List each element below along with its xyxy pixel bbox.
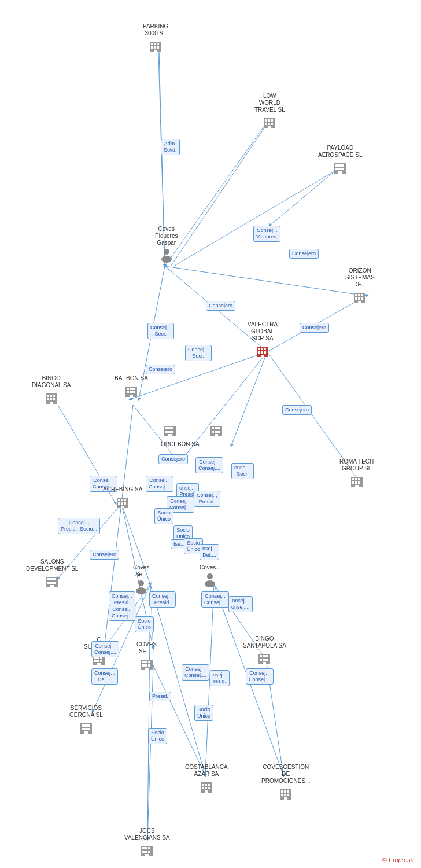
node-bingoSantapola[interactable]: BINGO SANTAPOLA SA xyxy=(243,635,286,665)
node-covesgestionPromociones[interactable]: COVESGESTION DE PROMOCIONES... xyxy=(261,764,310,801)
rel-socio-unico-cp1[interactable]: SocioÚnico xyxy=(135,616,154,632)
svg-rect-186 xyxy=(142,851,145,853)
rel-consej-consej-1[interactable]: Consej. .Consej.... xyxy=(195,457,223,473)
rel-consej-del[interactable]: Consej. .Del.... xyxy=(91,668,118,685)
label-covesPiqueres: Coves Piqueres Gaspar xyxy=(155,226,178,247)
svg-rect-148 xyxy=(148,664,150,667)
node-acrebingSA[interactable]: ACREBING SA xyxy=(103,486,142,509)
node-orizzonSistemas[interactable]: ORIZON SISTEMAS DE... xyxy=(345,267,375,304)
node-lowWorldTravel[interactable]: LOW WORLD TRAVEL SL xyxy=(254,93,285,130)
svg-rect-35 xyxy=(157,43,159,45)
svg-rect-179 xyxy=(284,794,286,796)
icon-bingoDiagonal xyxy=(43,389,60,405)
rel-socio-unico-bottom[interactable]: SocioÚnico xyxy=(194,705,213,721)
svg-rect-71 xyxy=(358,297,360,300)
svg-rect-101 xyxy=(217,427,220,429)
rel-presid[interactable]: Presid. xyxy=(149,692,171,701)
icon-covesPiqueres xyxy=(158,247,175,263)
svg-rect-154 xyxy=(82,728,84,730)
svg-rect-187 xyxy=(145,851,147,853)
rel-consej-secr-2[interactable]: Consej. .Secr. xyxy=(185,345,212,361)
svg-rect-91 xyxy=(165,427,168,429)
rel-consejero-below-valectra[interactable]: Consejero xyxy=(282,405,312,415)
node-parking3000[interactable]: PARKING 3000 SL xyxy=(143,23,168,53)
svg-point-131 xyxy=(136,587,146,594)
rel-consejero-coves-baebon[interactable]: Consejero xyxy=(206,301,235,311)
icon-unknown2 xyxy=(208,421,224,437)
rel-adm-solid[interactable]: Adm.Solid. xyxy=(161,139,180,155)
node-covesPiqueres[interactable]: Coves Piqueres Gaspar xyxy=(155,226,178,263)
svg-rect-33 xyxy=(151,43,153,45)
svg-rect-93 xyxy=(171,427,173,429)
svg-rect-70 xyxy=(355,297,357,300)
rel-socio-unico-1[interactable]: SocioÚnico xyxy=(154,508,173,524)
svg-rect-113 xyxy=(355,485,359,487)
label-covesPerson1: Coves Se... xyxy=(133,564,149,578)
label-covesgestionPromociones: COVESGESTION DE PROMOCIONES... xyxy=(261,764,310,785)
node-orcebonSA[interactable]: ORCEBON SA xyxy=(161,441,200,448)
svg-rect-95 xyxy=(168,431,171,433)
svg-rect-121 xyxy=(121,506,124,508)
svg-rect-189 xyxy=(145,854,149,856)
svg-rect-149 xyxy=(145,668,149,670)
node-covesPerson2[interactable]: Coves... xyxy=(200,564,221,587)
node-unknown2[interactable] xyxy=(208,421,224,437)
node-romaTechGroup[interactable]: ROMA TECH GROUP SL xyxy=(339,458,374,488)
svg-line-6 xyxy=(165,266,361,295)
node-jocsValencians[interactable]: JOCS VALENCIANS SA xyxy=(124,827,170,858)
svg-rect-171 xyxy=(205,787,207,789)
rel-onsej-onsej-cp2[interactable]: onsej. .onsej.... xyxy=(228,596,253,612)
rel-consej-consej-csur[interactable]: Consej. .Consej.... xyxy=(91,641,119,657)
rel-consej-consej-cp1[interactable]: Consej. .Consej.... xyxy=(109,605,136,621)
node-valectraGlobal[interactable]: VALECTRA GLOBAL SCR SA xyxy=(248,321,278,358)
rel-consej-consej-bsant[interactable]: Consej. .Consej.... xyxy=(246,668,274,685)
svg-rect-119 xyxy=(121,502,123,505)
icon-covesPerson1 xyxy=(133,578,149,594)
node-payloadAerospace[interactable]: PAYLOAD AEROSPACE SL xyxy=(318,145,363,175)
rel-nsej-del[interactable]: nsej. .Del.... xyxy=(200,544,219,560)
svg-rect-76 xyxy=(50,395,52,397)
rel-consejero-valorizon[interactable]: Consejero xyxy=(289,249,319,259)
rel-consej-presid-cp1b[interactable]: Consej. .Presid. xyxy=(149,591,176,608)
icon-parking3000 xyxy=(147,37,164,53)
rel-nsej-presid-csel[interactable]: nsej. .resid. xyxy=(210,670,230,686)
node-serviciosGerona[interactable]: SERVICIOS GERONA SL xyxy=(69,705,103,735)
svg-rect-67 xyxy=(355,294,357,296)
rel-socio-unico-csel[interactable]: SocioÚnico xyxy=(148,728,167,744)
svg-rect-59 xyxy=(258,348,260,350)
svg-rect-188 xyxy=(148,851,150,853)
svg-rect-118 xyxy=(118,502,120,505)
rel-consej-consej-csel[interactable]: Consej. .Consej.... xyxy=(182,664,209,681)
rel-consej-secr-orcebon[interactable]: onsej. .Secr. xyxy=(231,463,254,479)
label-parking3000: PARKING 3000 SL xyxy=(143,23,168,37)
rel-consej-presid-left[interactable]: Consej. .Consej.... xyxy=(146,476,173,492)
rel-consejero-valectra-right[interactable]: Consejero xyxy=(300,323,329,333)
rel-consej-presid-socio[interactable]: Consej. ,Presid. ,Socio... xyxy=(58,518,100,534)
svg-rect-39 xyxy=(154,50,157,52)
svg-rect-92 xyxy=(168,427,171,429)
rel-consej-secr-1[interactable]: Consej. .Secr. xyxy=(147,323,174,339)
svg-rect-84 xyxy=(130,388,132,390)
rel-consejero-salons[interactable]: Consejero xyxy=(90,550,119,560)
svg-rect-109 xyxy=(358,478,360,480)
svg-rect-73 xyxy=(358,301,361,303)
icon-orizzonSistemas xyxy=(352,288,368,304)
network-diagram: PARKING 3000 SL LOW WORLD TRAVEL SL PAYL… xyxy=(0,0,421,868)
svg-rect-61 xyxy=(264,348,266,350)
svg-rect-110 xyxy=(352,481,354,484)
node-baebonSA[interactable]: BAEBON SA xyxy=(115,375,148,398)
node-salonsDevelopment[interactable]: SALONS DEVELOPMENT SL xyxy=(26,558,78,589)
node-costablancaAzar[interactable]: COSTABLANCA AZAR SA xyxy=(185,764,228,794)
node-bingoDiagonal[interactable]: BINGO DIAGONAL SA xyxy=(32,375,71,405)
svg-rect-111 xyxy=(355,481,357,484)
rel-consejero-2[interactable]: Consejero xyxy=(146,365,175,374)
svg-rect-139 xyxy=(97,660,99,662)
rel-consej-consej-cp2[interactable]: Consej. .Consej.... xyxy=(201,591,229,608)
node-unknown1[interactable] xyxy=(162,421,178,437)
rel-consejero-orcebon[interactable]: Consejero xyxy=(158,454,188,464)
rel-consej-presid-2[interactable]: Consej. ,Presid. xyxy=(194,491,220,507)
svg-rect-168 xyxy=(205,784,207,786)
rel-consej-vicepres[interactable]: Consej. .Vicepres. xyxy=(253,226,280,242)
node-covesPerson1[interactable]: Coves Se... xyxy=(133,564,149,594)
node-covesSel[interactable]: COVES SEL... xyxy=(136,641,157,671)
